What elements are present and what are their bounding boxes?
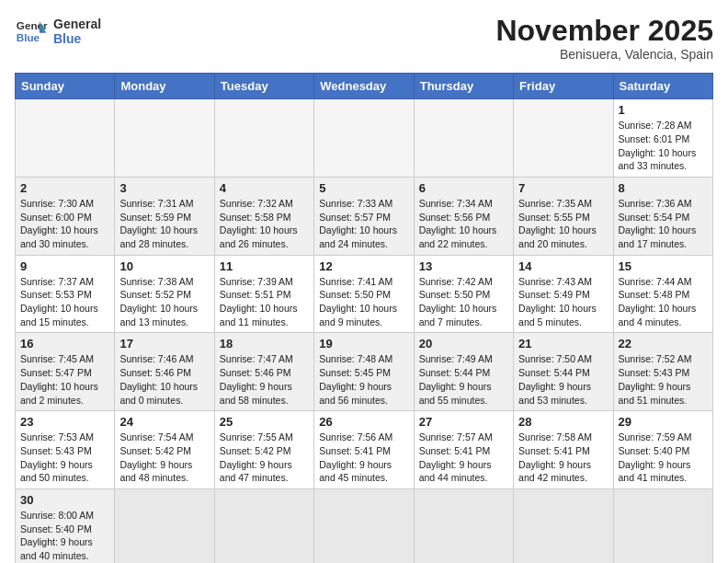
day-cell: 8Sunrise: 7:36 AM Sunset: 5:54 PM Daylig… [613,177,712,255]
day-number: 23 [20,415,109,429]
day-info: Sunrise: 7:36 AM Sunset: 5:54 PM Dayligh… [619,197,708,251]
header: General Blue General Blue November 2025 … [15,15,713,62]
day-cell: 21Sunrise: 7:50 AM Sunset: 5:44 PM Dayli… [514,333,613,411]
location-title: Benisuera, Valencia, Spain [495,47,713,62]
day-number: 30 [20,493,109,507]
day-number: 12 [319,259,408,273]
day-cell: 6Sunrise: 7:34 AM Sunset: 5:56 PM Daylig… [414,177,513,255]
day-info: Sunrise: 7:41 AM Sunset: 5:50 PM Dayligh… [319,275,408,329]
day-number: 26 [319,415,408,429]
calendar: SundayMondayTuesdayWednesdayThursdayFrid… [15,73,713,563]
day-cell [314,99,414,178]
logo-line1: General [53,17,101,31]
day-cell: 22Sunrise: 7:52 AM Sunset: 5:43 PM Dayli… [613,333,712,411]
day-info: Sunrise: 7:39 AM Sunset: 5:51 PM Dayligh… [220,275,309,329]
week-row-5: 23Sunrise: 7:53 AM Sunset: 5:43 PM Dayli… [16,411,713,489]
week-row-6: 30Sunrise: 8:00 AM Sunset: 5:40 PM Dayli… [16,488,713,563]
day-cell: 20Sunrise: 7:49 AM Sunset: 5:44 PM Dayli… [414,333,513,411]
day-info: Sunrise: 7:33 AM Sunset: 5:57 PM Dayligh… [319,197,408,251]
day-cell [115,488,214,563]
day-info: Sunrise: 7:46 AM Sunset: 5:46 PM Dayligh… [119,352,209,407]
day-cell: 25Sunrise: 7:55 AM Sunset: 5:42 PM Dayli… [214,411,313,489]
day-number: 1 [619,103,708,117]
day-cell: 30Sunrise: 8:00 AM Sunset: 5:40 PM Dayli… [16,488,115,563]
day-cell: 29Sunrise: 7:59 AM Sunset: 5:40 PM Dayli… [613,411,712,489]
day-info: Sunrise: 7:37 AM Sunset: 5:53 PM Dayligh… [20,275,109,329]
day-cell [214,488,313,563]
logo: General Blue General Blue [15,15,101,48]
day-number: 28 [518,415,608,429]
day-info: Sunrise: 7:44 AM Sunset: 5:48 PM Dayligh… [619,275,708,329]
day-number: 7 [518,181,608,195]
day-number: 27 [419,415,508,429]
logo-icon: General Blue [15,15,48,48]
day-number: 2 [20,181,109,195]
logo-line2: Blue [53,31,101,46]
day-number: 21 [518,337,608,350]
day-number: 13 [419,259,508,273]
day-number: 8 [619,181,708,195]
day-cell [314,488,414,563]
day-cell: 28Sunrise: 7:58 AM Sunset: 5:41 PM Dayli… [514,411,613,489]
day-info: Sunrise: 7:34 AM Sunset: 5:56 PM Dayligh… [419,197,508,251]
week-row-3: 9Sunrise: 7:37 AM Sunset: 5:53 PM Daylig… [16,255,713,333]
svg-text:Blue: Blue [17,31,40,43]
weekday-header-sunday: Sunday [16,74,115,99]
day-number: 4 [220,181,309,195]
day-cell: 17Sunrise: 7:46 AM Sunset: 5:46 PM Dayli… [115,333,214,411]
weekday-header-row: SundayMondayTuesdayWednesdayThursdayFrid… [16,74,713,99]
day-info: Sunrise: 7:52 AM Sunset: 5:43 PM Dayligh… [619,352,708,407]
day-number: 6 [419,181,508,195]
day-cell: 3Sunrise: 7:31 AM Sunset: 5:59 PM Daylig… [115,177,214,255]
day-number: 25 [220,415,309,429]
day-info: Sunrise: 7:28 AM Sunset: 6:01 PM Dayligh… [619,119,708,173]
day-info: Sunrise: 7:48 AM Sunset: 5:45 PM Dayligh… [319,352,408,407]
day-cell: 7Sunrise: 7:35 AM Sunset: 5:55 PM Daylig… [514,177,613,255]
day-number: 5 [319,181,408,195]
day-cell [115,99,214,178]
day-info: Sunrise: 7:47 AM Sunset: 5:46 PM Dayligh… [220,352,309,407]
day-info: Sunrise: 7:59 AM Sunset: 5:40 PM Dayligh… [619,431,708,485]
day-cell: 1Sunrise: 7:28 AM Sunset: 6:01 PM Daylig… [613,99,712,178]
title-area: November 2025 Benisuera, Valencia, Spain [495,15,713,62]
day-cell: 19Sunrise: 7:48 AM Sunset: 5:45 PM Dayli… [314,333,414,411]
week-row-2: 2Sunrise: 7:30 AM Sunset: 6:00 PM Daylig… [16,177,713,255]
day-info: Sunrise: 7:38 AM Sunset: 5:52 PM Dayligh… [119,275,209,329]
day-number: 17 [119,337,209,350]
day-cell: 4Sunrise: 7:32 AM Sunset: 5:58 PM Daylig… [214,177,313,255]
day-info: Sunrise: 7:50 AM Sunset: 5:44 PM Dayligh… [518,352,608,407]
day-cell [214,99,313,178]
week-row-4: 16Sunrise: 7:45 AM Sunset: 5:47 PM Dayli… [16,333,713,411]
day-info: Sunrise: 7:43 AM Sunset: 5:49 PM Dayligh… [518,275,608,329]
day-cell [514,488,613,563]
weekday-header-thursday: Thursday [414,74,513,99]
day-cell: 23Sunrise: 7:53 AM Sunset: 5:43 PM Dayli… [16,411,115,489]
day-info: Sunrise: 7:55 AM Sunset: 5:42 PM Dayligh… [220,431,309,485]
day-cell: 10Sunrise: 7:38 AM Sunset: 5:52 PM Dayli… [115,255,214,333]
day-cell: 27Sunrise: 7:57 AM Sunset: 5:41 PM Dayli… [414,411,513,489]
day-number: 15 [619,259,708,273]
day-cell: 5Sunrise: 7:33 AM Sunset: 5:57 PM Daylig… [314,177,414,255]
weekday-header-saturday: Saturday [613,74,712,99]
day-info: Sunrise: 7:56 AM Sunset: 5:41 PM Dayligh… [319,431,408,485]
day-info: Sunrise: 7:54 AM Sunset: 5:42 PM Dayligh… [119,431,209,485]
day-cell [514,99,613,178]
day-info: Sunrise: 7:45 AM Sunset: 5:47 PM Dayligh… [20,352,109,407]
day-number: 9 [20,259,109,273]
weekday-header-wednesday: Wednesday [314,74,414,99]
weekday-header-monday: Monday [115,74,214,99]
day-cell: 9Sunrise: 7:37 AM Sunset: 5:53 PM Daylig… [16,255,115,333]
weekday-header-tuesday: Tuesday [214,74,313,99]
day-number: 24 [119,415,209,429]
day-number: 14 [518,259,608,273]
day-cell: 13Sunrise: 7:42 AM Sunset: 5:50 PM Dayli… [414,255,513,333]
day-info: Sunrise: 7:58 AM Sunset: 5:41 PM Dayligh… [518,431,608,485]
day-cell: 26Sunrise: 7:56 AM Sunset: 5:41 PM Dayli… [314,411,414,489]
day-number: 20 [419,337,508,350]
day-cell: 24Sunrise: 7:54 AM Sunset: 5:42 PM Dayli… [115,411,214,489]
day-number: 22 [619,337,708,350]
day-info: Sunrise: 7:53 AM Sunset: 5:43 PM Dayligh… [20,431,109,485]
day-number: 18 [220,337,309,350]
day-cell [613,488,712,563]
day-cell: 2Sunrise: 7:30 AM Sunset: 6:00 PM Daylig… [16,177,115,255]
